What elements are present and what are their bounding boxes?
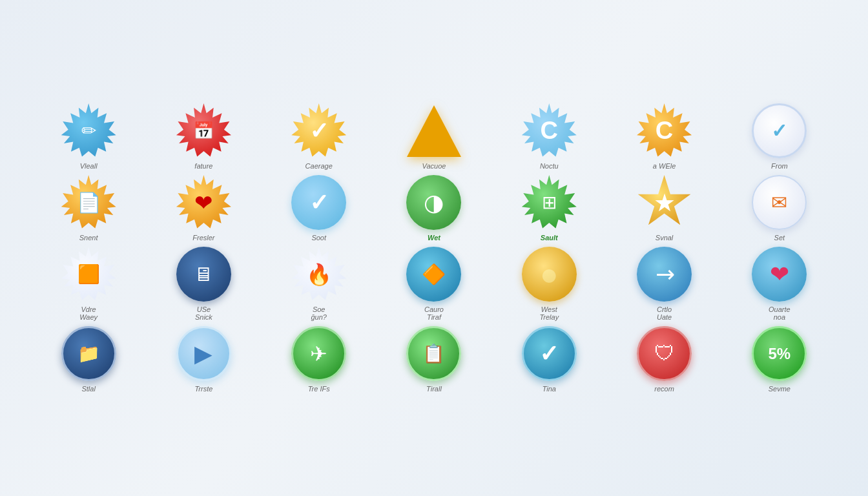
badge-item-fresler: ❤ Fresler xyxy=(154,175,253,242)
badge-item-stlal: 📁 Stlal xyxy=(39,326,138,393)
badge-label-vdreway: Vdre Waey xyxy=(79,305,98,321)
badge-icon-table: ⊞ xyxy=(542,192,557,213)
badge-icon-flame: 🔥 xyxy=(306,262,332,287)
badge-shape-svnal: ★ xyxy=(637,175,692,230)
badge-shape-fresler: ❤ xyxy=(176,175,231,230)
badge-shape-snent: 📄 xyxy=(61,175,116,230)
badge-item-treifs: ✈ Tre IFs xyxy=(269,326,369,393)
badge-shape-awele: C xyxy=(637,103,692,158)
badge-item-vacuoe: Vacuoe xyxy=(384,103,484,170)
badge-label-ouartenoa: Ouarte noa xyxy=(769,305,790,321)
badge-item-crtlouate: ↘ Crtlo Uate xyxy=(614,247,714,321)
badge-shape-usesnick: 🖥 xyxy=(176,247,231,302)
badge-label-sevme: Sevme xyxy=(769,385,790,393)
badge-label-vleall: Vleall xyxy=(80,162,98,170)
badge-item-westtrelay: ● West Trelay xyxy=(499,247,599,321)
badge-shape-fature: 📅 xyxy=(176,103,231,158)
badge-item-soegun: 🔥 Soe ğun? xyxy=(269,247,369,321)
badge-label-svnal: Svnal xyxy=(656,234,674,242)
badge-label-caerage: Caerage xyxy=(305,162,333,170)
badge-icon-c1: C xyxy=(541,117,558,145)
badge-icon-folder: 📁 xyxy=(78,343,100,364)
badge-item-awele: C a WEle xyxy=(614,103,714,170)
badge-icon-envelope: ✉ xyxy=(771,191,787,214)
badge-item-trrste: ▶ Trrste xyxy=(154,326,253,393)
badge-label-snent: Snent xyxy=(79,234,98,242)
badge-shape-vdreway: 🟧 xyxy=(61,247,116,302)
badge-icon-clipboard: 📋 xyxy=(422,343,445,364)
badge-label-fresler: Fresler xyxy=(192,234,214,242)
badge-item-sevme: 5% Sevme xyxy=(730,326,829,393)
badge-icon-shield: 🛡 xyxy=(654,342,675,366)
badge-item-recom: 🛡 recom xyxy=(614,326,714,393)
badge-icon-percent: 5% xyxy=(769,345,791,363)
badge-item-set: ✉ Set xyxy=(730,175,829,242)
badge-shape-caerage: ✓ xyxy=(291,103,346,158)
badge-item-snent: 📄 Snent xyxy=(39,175,138,242)
badge-label-fature: fature xyxy=(194,162,212,170)
badge-label-vacuoe: Vacuoe xyxy=(422,162,446,170)
badge-icon-blob: 🔶 xyxy=(422,263,446,285)
badge-icon-block: 🟧 xyxy=(78,264,100,285)
badge-shape-sevme: 5% xyxy=(752,326,807,381)
badge-shape-sault: ⊞ xyxy=(522,175,577,230)
badge-label-treifs: Tre IFs xyxy=(308,385,330,393)
badge-label-tirall: Tirall xyxy=(426,385,442,393)
badge-shape-ouartenoa: ❤ xyxy=(752,247,807,302)
badge-label-recom: recom xyxy=(654,385,674,393)
badge-label-awele: a WEle xyxy=(653,162,676,170)
badge-item-tina: ✓ Tina xyxy=(499,326,599,393)
badge-item-vleall: ✏ Vleall xyxy=(39,103,138,170)
badge-shape-caurotiralf: 🔶 xyxy=(406,247,461,302)
badge-shape-recom: 🛡 xyxy=(637,326,692,381)
badge-shape-soegun: 🔥 xyxy=(291,247,346,302)
badge-label-usesnick: USe Snick xyxy=(195,305,212,321)
badge-item-usesnick: 🖥 USe Snick xyxy=(154,247,253,321)
badge-label-crtlouate: Crtlo Uate xyxy=(657,305,672,321)
badge-icon-heart2: ❤ xyxy=(770,261,789,288)
badge-shape-trrste: ▶ xyxy=(176,326,231,381)
badge-icon-star: ★ xyxy=(654,189,676,217)
badge-shape-wet: ◑ xyxy=(406,175,461,230)
badge-label-tina: Tina xyxy=(542,385,556,393)
badge-icon-halfcircle: ◑ xyxy=(424,189,444,216)
badge-item-wet: ◑ Wet xyxy=(384,175,484,242)
badge-shape-crtlouate: ↘ xyxy=(637,247,692,302)
badge-icon-heart1: ❤ xyxy=(194,190,212,216)
badge-label-caurotiralf: Cauro Tiraf xyxy=(424,305,444,321)
badge-icon-arrow: ↘ xyxy=(648,258,681,291)
badge-icon-circle: ● xyxy=(540,256,559,292)
badge-label-westtrelay: West Trelay xyxy=(539,305,559,321)
badge-shape-tirall: 📋 xyxy=(406,326,461,381)
badge-label-set: Set xyxy=(774,234,785,242)
badge-icon-check2: ✓ xyxy=(771,119,787,142)
badge-label-trrste: Trrste xyxy=(194,385,212,393)
badge-item-soot: ✓ Soot xyxy=(269,175,369,242)
badge-icon-paperplane: ✈ xyxy=(310,342,327,366)
badge-grid: ✏ Vleall 📅 fature ✓ Caerage Vacuoe xyxy=(0,84,868,412)
badge-label-noctu: Noctu xyxy=(540,162,559,170)
badge-shape-from: ✓ xyxy=(752,103,807,158)
badge-icon-c2: C xyxy=(656,117,673,145)
badge-item-noctu: C Noctu xyxy=(499,103,599,170)
badge-item-svnal: ★ Svnal xyxy=(614,175,714,242)
badge-shape-noctu: C xyxy=(522,103,577,158)
badge-item-sault: ⊞ Sault xyxy=(499,175,599,242)
badge-label-soot: Soot xyxy=(311,234,326,242)
badge-icon-check3: ✓ xyxy=(309,189,329,216)
badge-icon-pencil: ✏ xyxy=(81,120,96,141)
badge-icon-calendar: 📅 xyxy=(193,121,214,141)
badge-label-from: From xyxy=(771,162,788,170)
badge-icon-monitor: 🖥 xyxy=(194,264,213,285)
badge-shape-treifs: ✈ xyxy=(291,326,346,381)
badge-shape-tina: ✓ xyxy=(522,326,577,381)
badge-item-caurotiralf: 🔶 Cauro Tiraf xyxy=(384,247,484,321)
badge-item-vdreway: 🟧 Vdre Waey xyxy=(39,247,138,321)
badge-shape-vleall: ✏ xyxy=(61,103,116,158)
badge-item-from: ✓ From xyxy=(730,103,829,170)
badge-icon-check4: ✓ xyxy=(539,340,559,367)
badge-item-tirall: 📋 Tirall xyxy=(384,326,484,393)
badge-shape-vacuoe xyxy=(406,103,461,158)
badge-item-fature: 📅 fature xyxy=(154,103,253,170)
badge-label-sault: Sault xyxy=(541,234,558,242)
